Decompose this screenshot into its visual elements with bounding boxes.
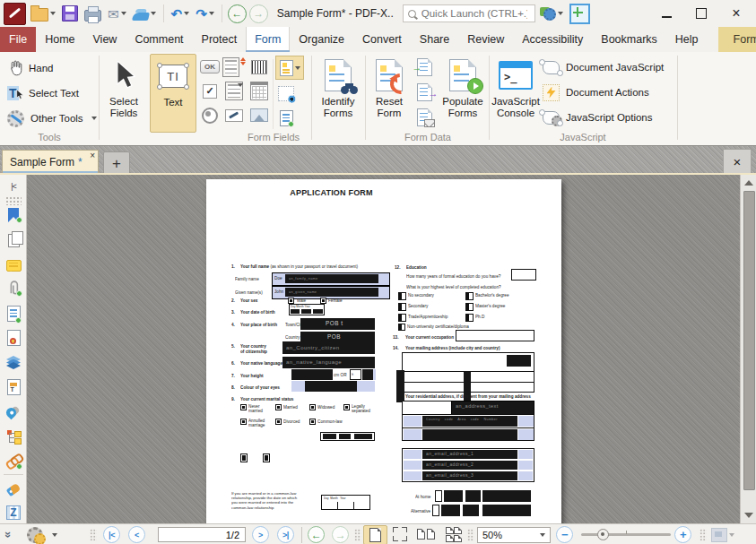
signature-field-tool[interactable] xyxy=(223,104,245,126)
history-back-button[interactable]: ← xyxy=(228,4,247,23)
toolbar-handle[interactable] xyxy=(700,525,707,544)
list-box-tool[interactable] xyxy=(223,56,245,78)
chevron-down-icon[interactable] xyxy=(209,12,214,15)
comments-pane-button[interactable] xyxy=(3,255,24,275)
tab-view[interactable]: View xyxy=(84,27,126,52)
chevron-down-icon[interactable] xyxy=(91,117,97,120)
button-field-tool[interactable]: OK xyxy=(199,56,221,78)
quick-launch-box[interactable] xyxy=(403,4,535,22)
populate-forms-button[interactable]: Populate Forms xyxy=(439,54,487,131)
history-forward-button[interactable]: → xyxy=(249,4,268,23)
legally-separated-checkbox[interactable] xyxy=(343,404,350,410)
page-number-field[interactable] xyxy=(158,525,246,544)
image-field-tool[interactable] xyxy=(248,104,270,126)
identify-forms-button[interactable]: Identify Forms xyxy=(313,54,363,131)
tab-help[interactable]: Help xyxy=(666,27,708,52)
height-in-field[interactable] xyxy=(362,369,373,380)
male-checkbox[interactable] xyxy=(288,298,294,304)
no-secondary-checkbox[interactable] xyxy=(398,292,406,300)
scroll-down-arrow[interactable] xyxy=(744,513,753,518)
standalone-checkbox-1[interactable] xyxy=(240,453,248,462)
tab-convert[interactable]: Convert xyxy=(353,27,411,52)
last-page-button[interactable]: >| xyxy=(277,525,294,544)
document-tab-sample-form[interactable]: Sample Form * × xyxy=(2,150,99,174)
highlight-fields-button[interactable] xyxy=(275,56,304,80)
tab-comment[interactable]: Comment xyxy=(126,27,192,52)
scroll-up-arrow[interactable] xyxy=(744,180,753,186)
fields-pane-button[interactable] xyxy=(3,304,24,324)
chevron-down-icon[interactable] xyxy=(121,12,126,15)
zoom-slider[interactable] xyxy=(581,525,671,544)
phone-home-cc-field[interactable] xyxy=(435,490,442,502)
common-law-checkbox[interactable] xyxy=(309,419,316,425)
bachelors-checkbox[interactable] xyxy=(465,292,474,300)
chevron-down-icon[interactable] xyxy=(295,66,300,70)
export-form-data-button[interactable]: → xyxy=(413,81,435,103)
maximize-button[interactable] xyxy=(685,2,717,25)
previous-page-button[interactable]: < xyxy=(128,525,145,544)
phd-checkbox[interactable] xyxy=(465,314,474,322)
undo-button[interactable]: ↶ xyxy=(169,3,192,24)
single-page-layout-button[interactable] xyxy=(363,525,387,544)
married-checkbox[interactable] xyxy=(275,404,282,410)
education-years-field[interactable] xyxy=(511,269,536,281)
toolbar-handle[interactable] xyxy=(467,525,474,544)
select-text-button[interactable]: T Select Text xyxy=(4,82,82,104)
eye-colour-field[interactable] xyxy=(291,381,375,392)
expand-panes-button[interactable]: » xyxy=(5,525,12,544)
chevron-down-icon[interactable] xyxy=(50,12,56,15)
next-page-button[interactable]: > xyxy=(252,525,269,544)
bookmarks-pane-button[interactable] xyxy=(3,205,24,225)
trade-checkbox[interactable] xyxy=(398,314,406,322)
zoom-out-button[interactable]: − xyxy=(556,525,573,544)
never-married-checkbox[interactable] xyxy=(240,404,247,410)
tab-form[interactable]: Form xyxy=(246,27,290,52)
place-of-birth-town-field[interactable]: POB t xyxy=(300,318,375,330)
first-page-button[interactable]: |< xyxy=(103,525,120,544)
email-field-3[interactable]: an_email_address_3 xyxy=(422,471,517,480)
marital-extra-field[interactable] xyxy=(320,432,375,441)
height-cm-field[interactable] xyxy=(291,369,333,380)
tab-accessibility[interactable]: Accessibility xyxy=(513,27,592,52)
email-button[interactable]: ✉ xyxy=(106,3,128,24)
save-button[interactable] xyxy=(60,3,80,24)
links-pane-button[interactable] xyxy=(3,451,24,471)
occupation-field[interactable] xyxy=(456,330,534,341)
fields-pane-toggle-button[interactable] xyxy=(275,107,297,129)
close-button[interactable]: × xyxy=(720,2,752,25)
preview-mode-button[interactable] xyxy=(711,525,734,544)
widowed-checkbox[interactable] xyxy=(309,404,316,410)
app-icon[interactable] xyxy=(4,3,26,25)
tab-protect[interactable]: Protect xyxy=(193,27,247,52)
thumbnails-pane-button[interactable] xyxy=(3,230,24,250)
female-checkbox[interactable] xyxy=(320,298,326,304)
divorced-checkbox[interactable] xyxy=(275,419,282,425)
destinations-pane-button[interactable] xyxy=(3,402,24,421)
view-back-button[interactable]: ← xyxy=(308,525,325,544)
status-options-button[interactable] xyxy=(27,525,57,544)
text-field-tool-button[interactable]: TI Text xyxy=(150,54,196,133)
page-number-input[interactable] xyxy=(158,527,246,542)
document-javascript-button[interactable]: Document JavaScript xyxy=(540,56,666,78)
import-form-data-button[interactable]: → xyxy=(413,56,435,78)
preview-fields-button[interactable] xyxy=(275,82,297,105)
close-document-button[interactable]: × xyxy=(723,149,752,175)
other-tools-button[interactable]: Other Tools xyxy=(4,108,100,129)
chevron-down-icon[interactable] xyxy=(184,12,189,15)
tab-file[interactable]: File xyxy=(0,27,36,52)
email-field-1[interactable]: an_email_address_1 xyxy=(422,450,517,459)
zoom-in-button[interactable]: + xyxy=(674,525,691,544)
tab-review[interactable]: Review xyxy=(458,27,513,52)
layers-pane-button[interactable] xyxy=(3,352,24,372)
slider-thumb[interactable] xyxy=(597,529,609,540)
tab-format[interactable]: Format xyxy=(718,27,756,52)
slider-track[interactable] xyxy=(581,533,671,536)
checkbox-field-tool[interactable]: ✓ xyxy=(199,80,221,102)
email-form-data-button[interactable] xyxy=(413,106,435,128)
email-address-fields[interactable]: an_email_address_1 an_email_address_2 an… xyxy=(402,448,534,482)
open-button[interactable] xyxy=(29,3,57,24)
barcode-field-tool[interactable] xyxy=(248,56,270,78)
tags-pane-button[interactable] xyxy=(3,479,24,499)
javascript-console-button[interactable]: >_ JavaScript Console xyxy=(492,54,539,131)
standalone-checkbox-2[interactable] xyxy=(263,453,270,462)
